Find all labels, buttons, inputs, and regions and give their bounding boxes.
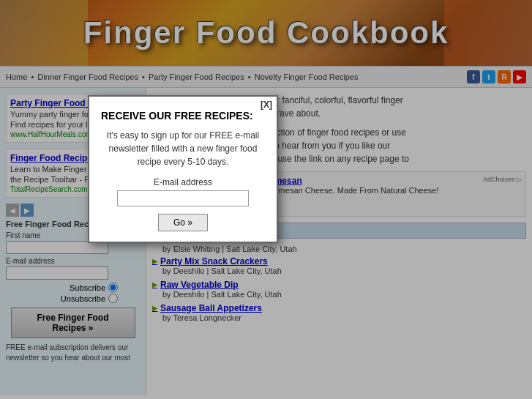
modal-dialog: [X] RECEIVE OUR FREE RECIPES: It's easy …: [88, 95, 278, 243]
modal-email-label: E-mail address: [101, 177, 265, 187]
modal-email-input[interactable]: [117, 190, 249, 206]
modal-close-button[interactable]: [X]: [261, 100, 272, 110]
modal-title: RECEIVE OUR FREE RECIPES:: [101, 110, 265, 122]
modal-go-button[interactable]: Go »: [158, 214, 208, 231]
modal-body: It's easy to sign up for our FREE e-mail…: [101, 129, 265, 168]
